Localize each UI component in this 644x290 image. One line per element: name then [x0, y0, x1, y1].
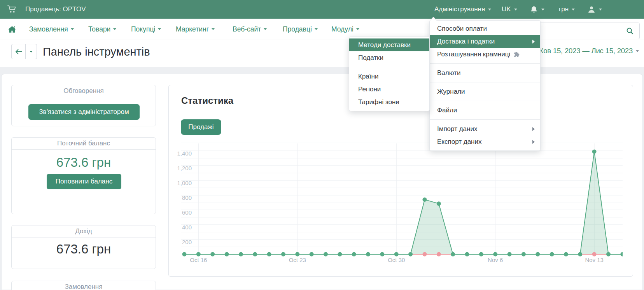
language-selector[interactable]: UK: [502, 0, 517, 19]
arrow-left-icon: [15, 49, 22, 54]
sales-chart: 2004006008001,0001,2001,400Oct 16Oct 23O…: [169, 85, 634, 277]
svg-text:Nov 13: Nov 13: [585, 257, 604, 263]
svg-text:Oct 30: Oct 30: [388, 257, 405, 263]
chevron-down-icon: [636, 50, 639, 52]
income-value: 673.6 грн: [12, 242, 156, 257]
chevron-down-icon: [488, 9, 491, 10]
chevron-down-icon: [514, 9, 517, 10]
svg-text:Oct 23: Oct 23: [289, 257, 306, 263]
submenu-item-taxes[interactable]: Податки: [349, 51, 429, 64]
card-title: Обговорення: [12, 85, 156, 97]
submenu-arrow-icon: [532, 127, 535, 131]
menu-item-payment-methods[interactable]: Способи оплати: [430, 22, 540, 35]
card-orders: Замовлення: [11, 281, 156, 290]
menu-item-logs[interactable]: Журнали: [430, 85, 540, 98]
svg-text:Nov 6: Nov 6: [488, 257, 503, 263]
card-discussion: Обговорення Зв'язатися з адміністратором: [11, 85, 156, 126]
svg-text:1,200: 1,200: [177, 165, 192, 171]
bell-icon: [530, 5, 538, 14]
card-title: Дохід: [12, 225, 156, 238]
menu-item-export-data[interactable]: Експорт даних: [430, 135, 540, 148]
nav-item-orders[interactable]: Замовлення: [29, 19, 74, 40]
menu-item-import-data[interactable]: Імпорт даних: [430, 122, 540, 135]
submenu-arrow-icon: [532, 40, 535, 44]
submenu-item-rate-areas[interactable]: Тарифні зони: [349, 96, 429, 108]
nav-item-marketing[interactable]: Маркетинг: [176, 19, 215, 40]
submenu-item-shipping-methods[interactable]: Методи доставки: [349, 38, 429, 51]
nav-item-customers[interactable]: Покупці: [131, 19, 161, 40]
chevron-down-icon: [113, 28, 116, 30]
card-balance: Поточний баланс 673.6 грн Поповнити бала…: [11, 137, 156, 214]
top-bar: Продавець: OPTOV Адміністрування UK грн: [0, 0, 644, 19]
admin-menu-trigger[interactable]: Адміністрування: [434, 0, 491, 19]
menu-item-files[interactable]: Файли: [430, 104, 540, 117]
svg-text:1,000: 1,000: [177, 180, 192, 186]
notifications-trigger[interactable]: [530, 0, 544, 19]
svg-text:1,400: 1,400: [177, 150, 192, 157]
chevron-down-icon: [158, 28, 161, 30]
menu-item-currencies[interactable]: Валюти: [430, 66, 540, 79]
search-button[interactable]: [620, 23, 639, 39]
svg-text:200: 200: [182, 239, 192, 245]
chevron-down-icon: [572, 9, 575, 10]
page-title: Панель інструментів: [43, 45, 150, 58]
admin-dropdown-menu: Способи оплати Доставка і податки Розташ…: [429, 20, 541, 151]
svg-text:600: 600: [182, 209, 192, 216]
nav-item-vendors[interactable]: Продавці: [283, 19, 318, 40]
chevron-down-icon: [212, 28, 215, 30]
top-up-balance-button[interactable]: Поповнити баланс: [47, 174, 121, 189]
balance-value: 673.6 грн: [12, 155, 156, 170]
chevron-down-icon: [71, 28, 74, 30]
nav-item-website[interactable]: Веб-сайт: [233, 19, 267, 40]
back-button[interactable]: [12, 44, 26, 59]
menu-item-store-location[interactable]: Розташування крамниці: [430, 48, 540, 61]
user-icon: [587, 5, 596, 14]
chevron-down-icon: [599, 9, 602, 10]
statistics-card: Статистика Продажі 2004006008001,0001,20…: [168, 85, 633, 277]
back-button-group: [11, 44, 37, 59]
menu-item-shipping-taxes[interactable]: Доставка і податки: [430, 35, 540, 48]
svg-text:800: 800: [182, 194, 192, 201]
shipping-taxes-submenu: Методи доставки Податки Країни Регіони Т…: [349, 37, 430, 111]
back-history-dropdown[interactable]: [26, 44, 37, 59]
user-menu-trigger[interactable]: [587, 0, 602, 19]
card-title: Замовлення: [12, 281, 156, 290]
chevron-down-icon: [356, 28, 359, 30]
card-title: Поточний баланс: [12, 138, 156, 150]
search-icon: [626, 27, 634, 35]
submenu-arrow-icon: [532, 140, 535, 144]
submenu-item-countries[interactable]: Країни: [349, 70, 429, 83]
svg-text:400: 400: [182, 224, 192, 231]
nav-item-products[interactable]: Товари: [88, 19, 116, 40]
svg-text:Oct 16: Oct 16: [190, 257, 207, 263]
currency-selector[interactable]: грн: [559, 0, 575, 19]
submenu-item-states[interactable]: Регіони: [349, 83, 429, 96]
chevron-down-icon: [315, 28, 318, 30]
card-income: Дохід 673.6 грн: [11, 225, 156, 269]
addon-puzzle-icon: [514, 51, 520, 58]
contact-admin-button[interactable]: Зв'язатися з адміністратором: [28, 104, 140, 120]
date-range-selector[interactable]: Жов 15, 2023 — Лис 15, 2023: [537, 47, 639, 55]
chevron-down-icon: [264, 28, 267, 30]
cart-icon[interactable]: [7, 5, 17, 14]
chevron-down-icon: [541, 9, 544, 10]
home-icon[interactable]: [8, 26, 16, 33]
store-label: Продавець: OPTOV: [25, 0, 86, 19]
